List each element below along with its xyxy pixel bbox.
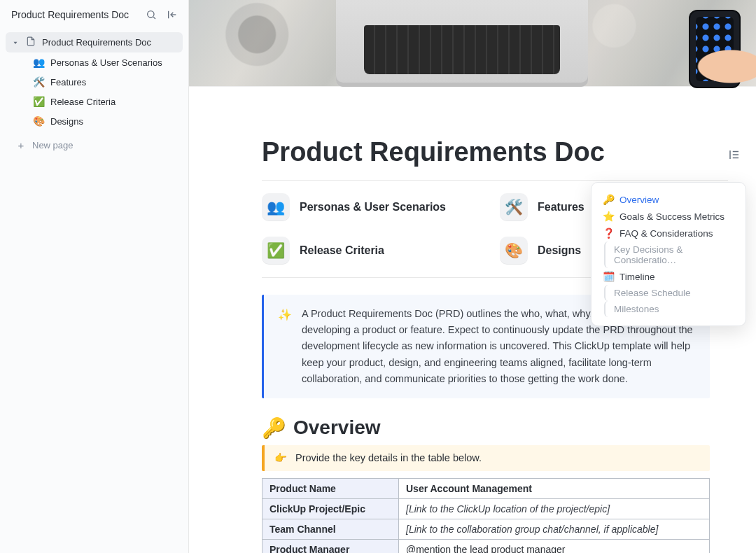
sidebar-child[interactable]: ✅Release Criteria xyxy=(6,92,183,111)
sidebar-child[interactable]: 🛠️Features xyxy=(6,72,183,92)
toc-item[interactable]: ⭐Goals & Success Metrics xyxy=(598,208,738,225)
card-label: Features xyxy=(538,201,584,214)
overview-heading[interactable]: 🔑 Overview xyxy=(262,416,728,440)
subpage-card[interactable]: ✅Release Criteria xyxy=(262,237,472,265)
row-key: Product Manager xyxy=(262,539,399,553)
toc-icon: 🗓️ xyxy=(603,271,614,282)
sidebar-child-icon: ✅ xyxy=(32,96,45,107)
row-key: Product Name xyxy=(262,478,399,498)
table-row[interactable]: Product NameUser Account Management xyxy=(262,478,710,498)
search-icon[interactable] xyxy=(144,7,159,22)
key-icon: 🔑 xyxy=(262,416,286,440)
row-value[interactable]: User Account Management xyxy=(399,478,710,498)
caret-down-icon[interactable] xyxy=(11,39,20,46)
plus-icon: + xyxy=(15,139,27,151)
card-label: Personas & User Scenarios xyxy=(300,201,446,214)
card-icon: 🎨 xyxy=(500,237,528,265)
row-value[interactable]: @mention the lead product manager xyxy=(399,539,710,553)
tip-block[interactable]: 👉 Provide the key details in the table b… xyxy=(262,445,710,471)
new-page-label: New page xyxy=(32,140,74,150)
sidebar-child-icon: 🛠️ xyxy=(32,76,45,88)
overview-table[interactable]: Product NameUser Account ManagementClick… xyxy=(262,478,710,553)
page-title[interactable]: Product Requirements Doc xyxy=(262,137,728,167)
svg-line-1 xyxy=(153,17,155,19)
sidebar-header: Product Requirements Doc xyxy=(0,0,188,29)
toc-subitem[interactable]: Key Decisions & Consideratio… xyxy=(604,241,738,268)
toc-label: Timeline xyxy=(620,272,655,282)
toc-toggle-icon[interactable] xyxy=(728,148,741,164)
toc-icon: ❓ xyxy=(603,227,614,239)
subpage-card[interactable]: 👥Personas & User Scenarios xyxy=(262,193,472,221)
tip-text: Provide the key details in the table bel… xyxy=(295,452,482,463)
sidebar-child[interactable]: 🎨Designs xyxy=(6,111,183,131)
sidebar-child-label: Designs xyxy=(50,116,83,127)
toc-label: FAQ & Considerations xyxy=(620,228,713,239)
row-key: Team Channel xyxy=(262,519,399,539)
table-row[interactable]: Product Manager@mention the lead product… xyxy=(262,539,710,553)
card-label: Release Criteria xyxy=(300,244,384,257)
sidebar-title: Product Requirements Doc xyxy=(11,9,138,20)
row-value[interactable]: [Link to the collaboration group chat/ch… xyxy=(399,519,710,539)
nav-root-label: Product Requirements Doc xyxy=(42,37,151,48)
toc-panel[interactable]: 🔑Overview⭐Goals & Success Metrics❓FAQ & … xyxy=(591,182,746,326)
toc-label: Release Schedule xyxy=(614,288,691,298)
toc-label: Key Decisions & Consideratio… xyxy=(614,244,734,265)
row-key: ClickUp Project/Epic xyxy=(262,498,399,519)
card-icon: 👥 xyxy=(262,193,290,221)
toc-label: Milestones xyxy=(614,304,659,314)
toc-label: Overview xyxy=(620,195,659,205)
toc-item[interactable]: 🗓️Timeline xyxy=(598,268,738,285)
overview-heading-text: Overview xyxy=(293,416,381,439)
sidebar-child-icon: 🎨 xyxy=(32,115,45,127)
table-row[interactable]: ClickUp Project/Epic[Link to the ClickUp… xyxy=(262,498,710,519)
card-icon: ✅ xyxy=(262,237,290,265)
sidebar-child-label: Personas & User Scenarios xyxy=(50,57,162,68)
svg-marker-4 xyxy=(14,41,18,43)
sidebar-child-label: Features xyxy=(50,77,86,88)
collapse-sidebar-icon[interactable] xyxy=(164,7,180,22)
toc-subitem[interactable]: Milestones xyxy=(604,301,738,317)
nav-root[interactable]: Product Requirements Doc xyxy=(6,32,183,52)
toc-label: Goals & Success Metrics xyxy=(620,211,724,222)
main: Product Requirements Doc 👥Personas & Use… xyxy=(189,0,756,553)
toc-icon: ⭐ xyxy=(603,211,614,222)
new-page-button[interactable]: + New page xyxy=(6,135,183,155)
card-label: Designs xyxy=(538,244,581,257)
cover-image[interactable] xyxy=(189,0,756,87)
divider xyxy=(262,180,728,181)
point-right-icon: 👉 xyxy=(274,452,287,464)
sidebar-child-label: Release Criteria xyxy=(50,97,115,107)
nav-tree: Product Requirements Doc 👥Personas & Use… xyxy=(0,29,188,158)
sidebar-child[interactable]: 👥Personas & User Scenarios xyxy=(6,52,183,72)
toc-item[interactable]: 🔑Overview xyxy=(598,191,738,208)
toc-subitem[interactable]: Release Schedule xyxy=(604,285,738,301)
table-row[interactable]: Team Channel[Link to the collaboration g… xyxy=(262,519,710,539)
card-icon: 🛠️ xyxy=(500,193,528,221)
toc-item[interactable]: ❓FAQ & Considerations xyxy=(598,225,738,241)
svg-point-0 xyxy=(148,11,154,18)
sparkles-icon: ✨ xyxy=(278,306,292,387)
sidebar: Product Requirements Doc Product Require… xyxy=(0,0,189,553)
row-value[interactable]: [Link to the ClickUp location of the pro… xyxy=(399,498,710,519)
doc-icon xyxy=(25,36,36,48)
sidebar-child-icon: 👥 xyxy=(32,57,45,68)
toc-icon: 🔑 xyxy=(603,194,614,205)
